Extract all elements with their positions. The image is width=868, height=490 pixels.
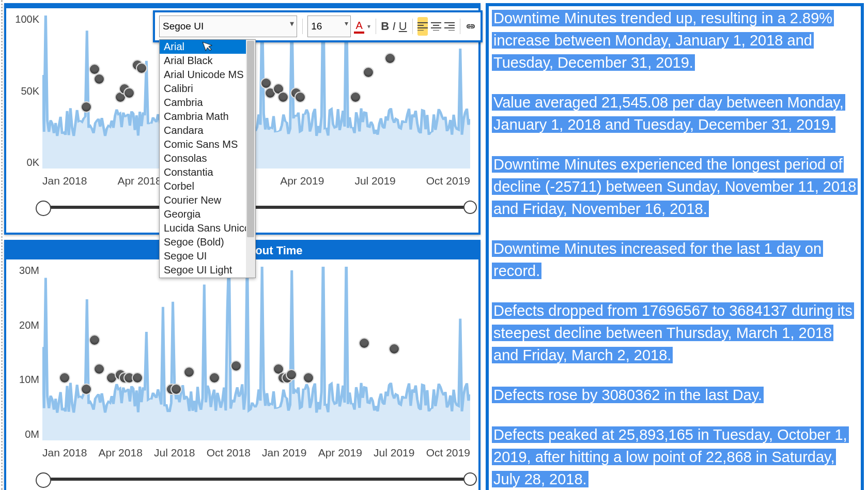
slider-handle-start[interactable]	[36, 472, 51, 488]
insight-text[interactable]: Defects rose by 3080362 in the last Day.	[492, 385, 858, 407]
italic-button[interactable]: I	[392, 17, 396, 36]
x-axis: Jan 2018 Apr 2018 Jul 2018 Oct 2018 Jan …	[42, 447, 470, 459]
font-option[interactable]: Segoe (Bold)	[160, 235, 255, 249]
y-tick: 50K	[21, 85, 39, 97]
align-left-icon	[417, 22, 428, 30]
insight-text[interactable]: Downtime Minutes increased for the last …	[492, 239, 858, 283]
font-option[interactable]: Consolas	[160, 151, 255, 165]
font-option[interactable]: Arial Unicode MS	[160, 68, 255, 82]
align-center-icon	[431, 22, 441, 30]
x-tick: Jan 2018	[42, 175, 87, 187]
x-tick: Oct 2019	[426, 447, 470, 459]
y-tick: 0K	[27, 157, 39, 169]
page-margin-guide	[1, 0, 3, 490]
slider-handle-end[interactable]	[463, 472, 477, 486]
y-axis: 30M 20M 10M 0M	[7, 265, 39, 440]
y-tick: 10M	[19, 374, 39, 386]
align-left-button[interactable]	[417, 17, 428, 36]
insight-text[interactable]: Defects dropped from 17696567 to 3684137…	[492, 301, 858, 368]
font-option[interactable]: Calibri	[160, 82, 255, 96]
smart-narrative-panel[interactable]: Downtime Minutes trended up, resulting i…	[486, 3, 864, 490]
align-right-icon	[444, 22, 455, 30]
slider-handle-end[interactable]	[463, 201, 477, 214]
font-option[interactable]: Cambria	[160, 96, 255, 110]
scrollbar-thumb[interactable]	[247, 41, 254, 237]
y-tick: 0M	[25, 428, 39, 440]
anomaly-marker[interactable]	[230, 360, 242, 372]
anomaly-marker[interactable]	[359, 338, 370, 349]
x-tick: Apr 2019	[318, 447, 362, 459]
font-option[interactable]: Georgia	[160, 207, 255, 221]
font-size-select[interactable]	[307, 16, 351, 37]
font-option[interactable]: Arial Black	[160, 54, 255, 68]
font-color-button[interactable]: A	[354, 17, 364, 36]
anomaly-marker[interactable]	[132, 372, 143, 384]
x-axis: Jan 2018 Apr 2018 . 2019 Apr 2019 Jul 20…	[42, 175, 470, 187]
underline-button[interactable]: U	[399, 17, 407, 36]
x-tick: Apr 2018	[99, 447, 143, 459]
font-option[interactable]: Candara	[160, 124, 255, 137]
align-right-button[interactable]	[444, 17, 455, 36]
anomaly-marker[interactable]	[295, 91, 306, 103]
line-series	[42, 267, 470, 440]
align-center-button[interactable]	[431, 17, 441, 36]
anomaly-marker[interactable]	[94, 363, 105, 375]
font-option[interactable]: Courier New	[160, 193, 255, 207]
chart-plot-area[interactable]	[42, 267, 470, 440]
time-range-slider[interactable]	[42, 478, 470, 481]
anomaly-marker[interactable]	[136, 63, 147, 74]
anomaly-marker[interactable]	[209, 372, 220, 384]
insight-text[interactable]: Downtime Minutes trended up, resulting i…	[492, 8, 858, 75]
font-option[interactable]: Constantia	[160, 165, 255, 179]
font-family-dropdown[interactable]: ArialArial BlackArial Unicode MSCalibriC…	[159, 39, 256, 278]
y-tick: 100K	[15, 13, 39, 25]
font-option[interactable]: Lucida Sans Unicode	[160, 221, 255, 235]
anomaly-marker[interactable]	[389, 343, 400, 355]
font-option[interactable]: Segoe UI	[160, 249, 255, 263]
anomaly-marker[interactable]	[81, 384, 92, 395]
insight-text[interactable]: Downtime Minutes experienced the longest…	[492, 155, 858, 221]
font-option[interactable]: Symbol	[160, 277, 255, 278]
font-option[interactable]: Comic Sans MS	[160, 137, 255, 151]
x-tick: Jul 2019	[374, 447, 414, 459]
x-tick: Oct 2018	[207, 447, 251, 459]
y-axis: 100K 50K 0K	[7, 13, 39, 169]
anomaly-marker[interactable]	[81, 101, 92, 113]
insight-text[interactable]: Value averaged 21,545.08 per day between…	[492, 93, 858, 137]
anomaly-marker[interactable]	[277, 91, 289, 103]
time-range-slider[interactable]	[42, 206, 470, 209]
hyperlink-button[interactable]	[465, 17, 476, 36]
x-tick: Apr 2019	[280, 175, 324, 187]
x-tick: Oct 2019	[426, 175, 470, 187]
font-option[interactable]: Cambria Math	[160, 110, 255, 124]
dropdown-scrollbar[interactable]	[246, 40, 255, 278]
anomaly-marker[interactable]	[183, 366, 195, 378]
y-tick: 20M	[19, 319, 39, 331]
x-tick: Jul 2019	[354, 175, 395, 187]
y-tick: 30M	[19, 265, 39, 277]
slider-handle-start[interactable]	[36, 201, 51, 216]
anomaly-marker[interactable]	[123, 87, 135, 99]
anomaly-marker[interactable]	[171, 384, 182, 395]
font-option[interactable]: Corbel	[160, 179, 255, 193]
x-tick: Jul 2018	[154, 447, 195, 459]
x-tick: Apr 2018	[117, 175, 161, 187]
insight-text[interactable]: Defects peaked at 25,893,165 in Tuesday,…	[492, 425, 858, 490]
link-icon	[465, 23, 476, 30]
anomaly-marker[interactable]	[303, 372, 314, 384]
anomaly-marker[interactable]	[363, 67, 374, 78]
anomaly-marker[interactable]	[384, 53, 396, 64]
bold-button[interactable]: B	[381, 17, 389, 36]
font-family-select[interactable]	[159, 16, 297, 37]
text-formatting-toolbar: ArialArial BlackArial Unicode MSCalibriC…	[153, 10, 483, 42]
x-tick: Jan 2018	[42, 447, 87, 459]
font-option[interactable]: Segoe UI Light	[160, 263, 255, 277]
anomaly-marker[interactable]	[94, 73, 105, 85]
x-tick: Jan 2019	[262, 447, 306, 459]
